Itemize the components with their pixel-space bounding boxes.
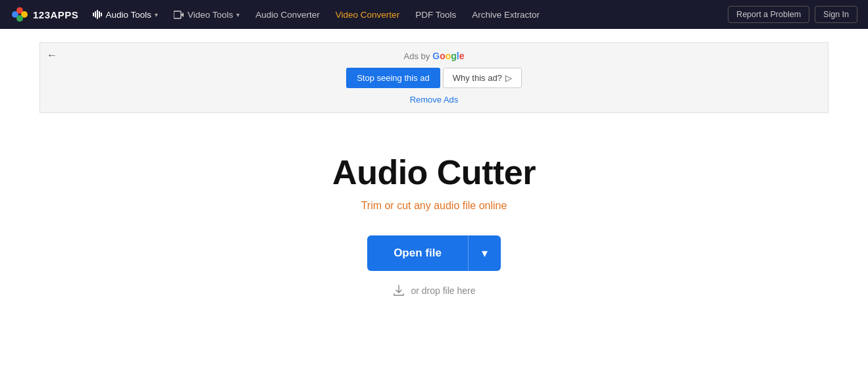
nav-archive-extractor[interactable]: Archive Extractor <box>465 6 546 24</box>
main-content: Audio Cutter Trim or cut any audio file … <box>0 113 868 297</box>
video-tools-label: Video Tools <box>188 10 233 20</box>
nav-video-converter[interactable]: Video Converter <box>329 6 406 24</box>
dropdown-chevron-icon: ▾ <box>482 247 488 260</box>
navbar-right: Report a Problem Sign In <box>728 6 857 23</box>
why-this-ad-label: Why this ad? <box>453 73 502 83</box>
logo[interactable]: 123APPS <box>11 5 78 24</box>
open-file-dropdown-button[interactable]: ▾ <box>469 235 501 271</box>
ad-action-buttons: Stop seeing this ad Why this ad? ▷ <box>346 68 522 88</box>
nav-audio-tools[interactable]: Audio Tools ▾ <box>86 6 165 24</box>
report-problem-button[interactable]: Report a Problem <box>728 6 809 23</box>
why-this-ad-icon: ▷ <box>505 73 512 83</box>
video-icon <box>174 11 184 19</box>
drop-file-row: or drop file here <box>392 284 475 297</box>
why-this-ad-button[interactable]: Why this ad? ▷ <box>443 68 522 88</box>
ads-by-label: Ads by <box>403 51 430 61</box>
svg-point-3 <box>16 15 23 22</box>
open-file-button[interactable]: Open file <box>367 235 469 271</box>
nav-pdf-tools[interactable]: PDF Tools <box>409 6 463 24</box>
page-subtitle: Trim or cut any audio file online <box>361 200 507 212</box>
audio-waveform-icon <box>93 10 102 19</box>
remove-ads-link[interactable]: Remove Ads <box>410 95 459 105</box>
stop-seeing-ad-button[interactable]: Stop seeing this ad <box>346 68 440 88</box>
video-tools-chevron-icon: ▾ <box>236 11 240 18</box>
archive-extractor-label: Archive Extractor <box>472 10 540 20</box>
ad-back-arrow-icon[interactable]: ← <box>47 49 57 61</box>
drop-file-icon <box>392 284 405 297</box>
logo-icon <box>11 5 29 24</box>
logo-text: 123APPS <box>33 9 78 20</box>
nav-video-tools[interactable]: Video Tools ▾ <box>167 6 246 24</box>
audio-converter-label: Audio Converter <box>255 10 320 20</box>
nav-audio-converter[interactable]: Audio Converter <box>249 6 326 24</box>
ads-by-google: Ads by Google <box>403 51 464 61</box>
google-brand-text: Google <box>432 51 464 61</box>
navbar: 123APPS Audio Tools ▾ Video Tools ▾ Audi… <box>0 0 868 29</box>
ad-banner: ← Ads by Google Stop seeing this ad Why … <box>39 42 829 113</box>
audio-tools-label: Audio Tools <box>105 10 151 20</box>
pdf-tools-label: PDF Tools <box>415 10 456 20</box>
drop-file-label: or drop file here <box>411 285 475 296</box>
sign-in-button[interactable]: Sign In <box>815 6 857 23</box>
open-file-row: Open file ▾ <box>367 235 501 271</box>
audio-tools-chevron-icon: ▾ <box>155 11 158 18</box>
svg-rect-4 <box>174 11 181 18</box>
video-converter-label: Video Converter <box>336 10 399 20</box>
page-title: Audio Cutter <box>332 153 536 192</box>
